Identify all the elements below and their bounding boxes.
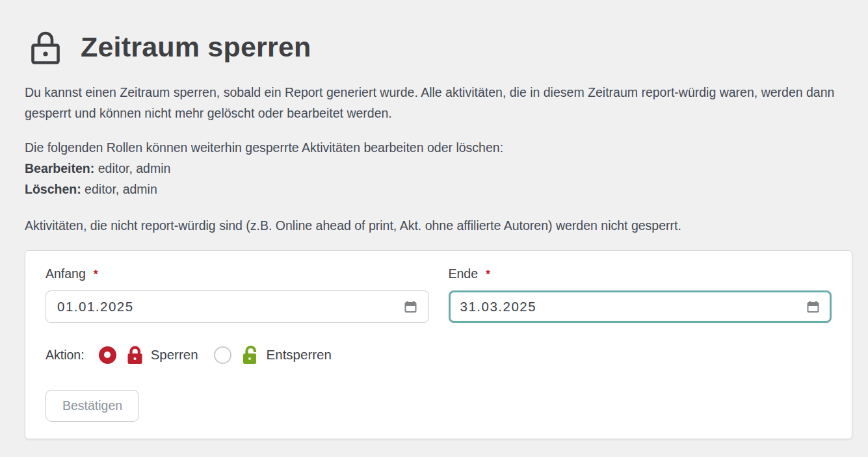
lock-period-form-card: Anfang * Ende *	[25, 250, 852, 439]
start-date-input-wrap	[46, 290, 429, 323]
radio-entsperren[interactable]	[214, 346, 231, 364]
lock-open-icon	[241, 346, 259, 365]
role-delete-value: editor, admin	[85, 182, 157, 196]
radio-label-sperren: Sperren	[151, 347, 198, 363]
date-fields-row: Anfang * Ende *	[46, 266, 832, 323]
required-asterisk: *	[94, 268, 98, 281]
end-date-label: Ende *	[449, 266, 832, 281]
end-date-label-text: Ende	[449, 266, 479, 281]
radio-option-entsperren[interactable]: Entsperren	[214, 346, 332, 365]
lock-outline-icon	[29, 29, 62, 65]
zeitraum-sperren-page: Zeitraum sperren Du kannst einen Zeitrau…	[0, 0, 868, 462]
page-header: Zeitraum sperren	[29, 29, 852, 65]
start-date-field: Anfang *	[46, 266, 429, 323]
start-date-input[interactable]	[46, 290, 429, 323]
required-asterisk: *	[486, 268, 490, 281]
roles-paragraph: Die folgenden Rollen können weiterhin ge…	[25, 137, 844, 199]
end-date-field: Ende *	[449, 266, 832, 323]
intro-paragraph: Du kannst einen Zeitraum sperren, sobald…	[25, 82, 844, 123]
confirm-button[interactable]: Bestätigen	[46, 390, 139, 422]
radio-option-sperren[interactable]: Sperren	[99, 346, 198, 365]
radio-sperren[interactable]	[99, 346, 116, 364]
bottom-edge-strip	[0, 457, 868, 462]
roles-intro: Die folgenden Rollen können weiterhin ge…	[25, 140, 503, 155]
action-label: Aktion:	[46, 348, 85, 363]
end-date-input-wrap	[449, 290, 832, 323]
start-date-label: Anfang *	[46, 266, 429, 281]
note-paragraph: Aktivitäten, die nicht report-würdig sin…	[25, 215, 844, 236]
role-edit-label: Bearbeiten:	[25, 161, 94, 175]
end-date-input[interactable]	[449, 290, 832, 323]
page-title: Zeitraum sperren	[81, 31, 311, 63]
role-edit-value: editor, admin	[98, 161, 171, 175]
action-row: Aktion: Sperren Entsperren	[46, 344, 832, 365]
lock-closed-icon	[126, 346, 144, 365]
start-date-label-text: Anfang	[46, 266, 86, 281]
role-delete-label: Löschen:	[25, 182, 81, 196]
radio-label-entsperren: Entsperren	[267, 347, 332, 363]
